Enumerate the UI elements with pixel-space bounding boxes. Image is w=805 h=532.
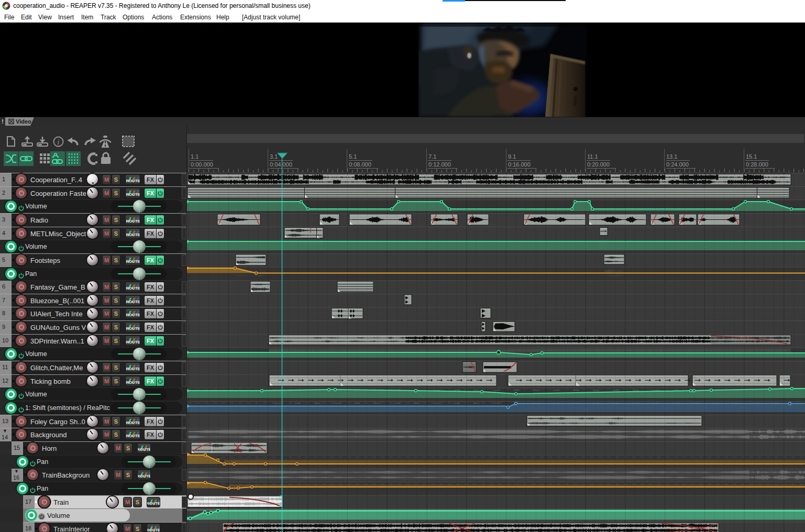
svg-text:i: i — [58, 138, 60, 146]
svg-text:ROUTE: ROUTE — [126, 313, 140, 317]
svg-text:ROUTE: ROUTE — [138, 447, 150, 452]
svg-text:ROUTE: ROUTE — [126, 192, 140, 197]
svg-text:ROUTE: ROUTE — [147, 528, 160, 532]
svg-text:ROUTE: ROUTE — [126, 367, 140, 371]
svg-text:ROUTE: ROUTE — [126, 286, 140, 291]
svg-text:Video: Video — [16, 118, 31, 125]
svg-text:ROUTE: ROUTE — [126, 340, 140, 345]
svg-text:ROUTE: ROUTE — [126, 232, 140, 237]
svg-text:ROUTE: ROUTE — [126, 420, 140, 425]
svg-text:ROUTE: ROUTE — [138, 474, 150, 479]
svg-text:ROUTE: ROUTE — [126, 300, 140, 304]
svg-text:ROUTE: ROUTE — [126, 434, 140, 438]
svg-text:ROUTE: ROUTE — [126, 380, 140, 385]
svg-text:ROUTE: ROUTE — [126, 219, 140, 224]
svg-text:ROUTE: ROUTE — [126, 179, 140, 183]
svg-text:ROUTE: ROUTE — [147, 501, 160, 506]
svg-text:ROUTE: ROUTE — [126, 259, 140, 264]
svg-text:ROUTE: ROUTE — [126, 326, 140, 331]
